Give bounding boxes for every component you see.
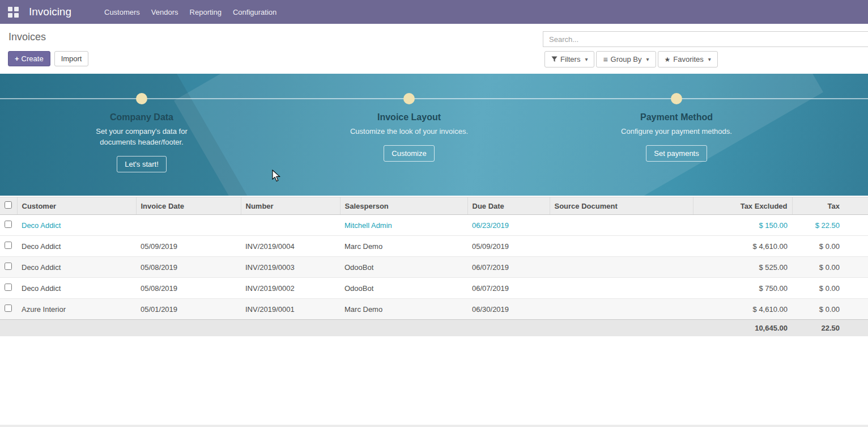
cell-tax: $ 22.50 xyxy=(792,215,868,236)
create-button[interactable]: +Create xyxy=(8,51,50,66)
step-description: Configure your payment methods. xyxy=(612,126,741,137)
col-tax-excluded[interactable]: Tax Excluded xyxy=(693,197,792,215)
filter-icon xyxy=(551,56,558,62)
table-row[interactable]: Deco Addict 05/09/2019 INV/2019/0004 Mar… xyxy=(0,236,868,257)
cell-salesperson: OdooBot xyxy=(340,257,467,278)
cell-invoice-date: 05/01/2019 xyxy=(136,299,241,320)
cell-source-document xyxy=(550,236,693,257)
step-company-data: Company Data Set your company's data for… xyxy=(8,74,275,172)
cell-invoice-date: 05/09/2019 xyxy=(136,236,241,257)
set-payments-button[interactable]: Set payments xyxy=(646,145,707,162)
invoice-table-body: Deco Addict Mitchell Admin 06/23/2019 $ … xyxy=(0,215,868,320)
chevron-down-icon: ▾ xyxy=(708,56,711,62)
search-input[interactable] xyxy=(543,31,868,47)
row-checkbox-cell xyxy=(0,257,17,278)
col-source-document[interactable]: Source Document xyxy=(550,197,693,215)
row-checkbox-cell xyxy=(0,236,17,257)
action-buttons: +Create Import xyxy=(8,51,88,66)
control-panel: Invoices +Create Import Filters ▾ ≡ Grou… xyxy=(0,24,868,74)
nav-item-reporting[interactable]: Reporting xyxy=(184,1,227,23)
step-title: Company Data xyxy=(8,112,275,122)
cell-customer: Deco Addict xyxy=(17,278,136,299)
cell-customer: Deco Addict xyxy=(17,257,136,278)
navbar-menus: Customers Vendors Reporting Configuratio… xyxy=(99,1,282,23)
col-due-date[interactable]: Due Date xyxy=(467,197,550,215)
row-checkbox[interactable] xyxy=(5,284,12,291)
col-invoice-date[interactable]: Invoice Date xyxy=(136,197,241,215)
cell-salesperson: Mitchell Admin xyxy=(340,215,467,236)
apps-menu-button[interactable] xyxy=(5,3,22,20)
table-header-row: Customer Invoice Date Number Salesperson… xyxy=(0,197,868,215)
customize-button[interactable]: Customize xyxy=(384,145,434,162)
step-description: Customize the look of your invoices. xyxy=(344,126,474,137)
onboarding-steps: Company Data Set your company's data for… xyxy=(8,74,810,172)
step-dot-icon xyxy=(671,93,682,104)
nav-item-configuration[interactable]: Configuration xyxy=(227,1,282,23)
cell-due-date: 06/07/2019 xyxy=(467,278,550,299)
step-title: Payment Method xyxy=(543,112,810,122)
app-title: Invoicing xyxy=(29,6,71,18)
row-checkbox-cell xyxy=(0,299,17,320)
cell-customer: Deco Addict xyxy=(17,215,136,236)
cell-tax-excluded: $ 525.00 xyxy=(693,257,792,278)
invoice-list: Customer Invoice Date Number Salesperson… xyxy=(0,197,868,336)
nav-item-customers[interactable]: Customers xyxy=(99,1,146,23)
cell-source-document xyxy=(550,257,693,278)
cell-tax-excluded: $ 4,610.00 xyxy=(693,299,792,320)
cell-tax-excluded: $ 4,610.00 xyxy=(693,236,792,257)
cell-number: INV/2019/0003 xyxy=(241,257,340,278)
cell-tax: $ 0.00 xyxy=(792,236,868,257)
step-dot-icon xyxy=(136,93,147,104)
search-filter-buttons: Filters ▾ ≡ Group By ▾ ★ Favorites ▾ xyxy=(544,51,718,67)
cell-customer: Deco Addict xyxy=(17,236,136,257)
group-by-icon: ≡ xyxy=(603,56,607,64)
table-row[interactable]: Azure Interior 05/01/2019 INV/2019/0001 … xyxy=(0,299,868,320)
cell-salesperson: OdooBot xyxy=(340,278,467,299)
horizontal-scrollbar[interactable] xyxy=(0,425,868,427)
page-title: Invoices xyxy=(8,31,46,43)
cell-due-date: 06/07/2019 xyxy=(467,257,550,278)
row-checkbox[interactable] xyxy=(5,221,12,228)
top-navbar: Invoicing Customers Vendors Reporting Co… xyxy=(0,0,868,24)
star-icon: ★ xyxy=(665,56,671,63)
cell-tax: $ 0.00 xyxy=(792,299,868,320)
select-all-checkbox[interactable] xyxy=(5,201,12,209)
col-salesperson[interactable]: Salesperson xyxy=(340,197,467,215)
apps-grid-icon xyxy=(8,7,19,18)
cell-source-document xyxy=(550,299,693,320)
cell-tax: $ 0.00 xyxy=(792,278,868,299)
chevron-down-icon: ▾ xyxy=(646,56,649,62)
chevron-down-icon: ▾ xyxy=(585,56,588,62)
total-tax-excluded: 10,645.00 xyxy=(693,320,792,337)
row-checkbox[interactable] xyxy=(5,242,12,249)
cell-due-date: 06/23/2019 xyxy=(467,215,550,236)
table-row[interactable]: Deco Addict 05/08/2019 INV/2019/0003 Odo… xyxy=(0,257,868,278)
lets-start-button[interactable]: Let's start! xyxy=(117,156,167,172)
table-row[interactable]: Deco Addict 05/08/2019 INV/2019/0002 Odo… xyxy=(0,278,868,299)
cell-salesperson: Marc Demo xyxy=(340,299,467,320)
cell-invoice-date xyxy=(136,215,241,236)
col-number[interactable]: Number xyxy=(241,197,340,215)
cell-customer: Azure Interior xyxy=(17,299,136,320)
col-tax[interactable]: Tax xyxy=(792,197,868,215)
table-row[interactable]: Deco Addict Mitchell Admin 06/23/2019 $ … xyxy=(0,215,868,236)
filters-dropdown[interactable]: Filters ▾ xyxy=(544,51,594,67)
cell-number: INV/2019/0002 xyxy=(241,278,340,299)
total-tax: 22.50 xyxy=(792,320,868,337)
plus-icon: + xyxy=(15,54,19,63)
import-button[interactable]: Import xyxy=(54,51,89,66)
cell-number: INV/2019/0001 xyxy=(241,299,340,320)
row-checkbox[interactable] xyxy=(5,263,12,270)
favorites-dropdown[interactable]: ★ Favorites ▾ xyxy=(658,51,718,67)
nav-item-vendors[interactable]: Vendors xyxy=(146,1,184,23)
step-payment-method: Payment Method Configure your payment me… xyxy=(543,74,810,172)
cell-tax-excluded: $ 750.00 xyxy=(693,278,792,299)
col-customer[interactable]: Customer xyxy=(17,197,136,215)
step-description: Set your company's data for documents he… xyxy=(77,126,206,148)
row-checkbox[interactable] xyxy=(5,305,12,312)
row-checkbox-cell xyxy=(0,278,17,299)
onboarding-banner: Company Data Set your company's data for… xyxy=(0,74,868,196)
cell-source-document xyxy=(550,278,693,299)
cell-tax: $ 0.00 xyxy=(792,257,868,278)
group-by-dropdown[interactable]: ≡ Group By ▾ xyxy=(596,51,656,67)
